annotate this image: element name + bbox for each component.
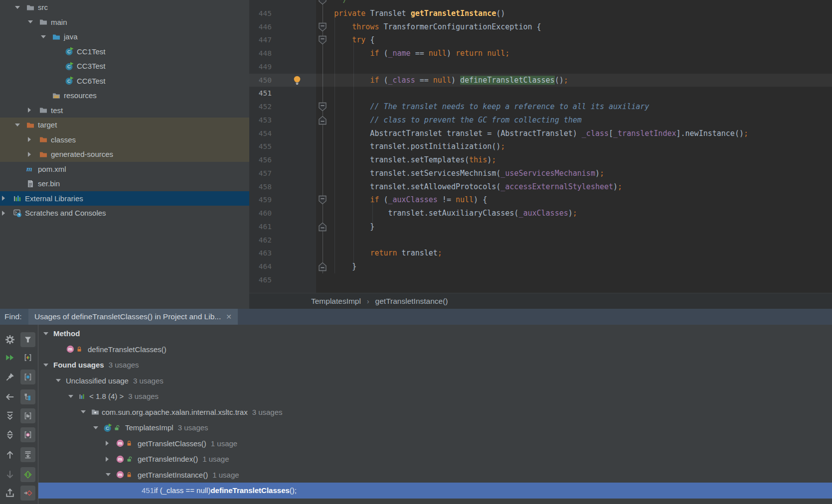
result-node-1-8-4[interactable]: < 1.8 (4) >3 usages: [38, 388, 832, 404]
result-node-method[interactable]: Method: [38, 326, 832, 342]
chevron-down-icon[interactable]: [81, 410, 91, 413]
code-line-447[interactable]: 447 throws TransformerConfigurationExcep…: [249, 20, 832, 34]
code-line-463[interactable]: 463: [249, 234, 832, 247]
chevron-right-icon[interactable]: [106, 441, 116, 446]
code-line-445[interactable]: 445 */: [249, 0, 832, 7]
up-icon[interactable]: [4, 449, 15, 460]
chevron-down-icon[interactable]: [68, 395, 78, 398]
breadcrumb-item-gettransletinstance[interactable]: getTransletInstance(): [375, 297, 448, 306]
svg-text:m: m: [27, 433, 29, 436]
code-line-457[interactable]: 457 translet.setTemplates(this);: [249, 153, 832, 167]
chevron-right-icon[interactable]: [2, 211, 13, 216]
chevron-down-icon[interactable]: [15, 6, 26, 9]
jump-to-source-icon[interactable]: [20, 486, 35, 501]
chevron-down-icon[interactable]: [43, 364, 53, 367]
rerun-icon[interactable]: [4, 352, 15, 363]
code-line-446[interactable]: 446 private Translet getTransletInstance…: [249, 7, 832, 20]
code-line-462[interactable]: 462 }: [249, 220, 832, 234]
chevron-right-icon[interactable]: [106, 457, 116, 462]
chevron-right-icon[interactable]: [28, 137, 39, 142]
code-line-456[interactable]: 456 translet.postInitialization();: [249, 140, 832, 153]
project-item-generated-sources[interactable]: generated-sources: [0, 147, 249, 162]
gear-icon[interactable]: [4, 334, 15, 345]
code-line-460[interactable]: 460 if (_auxClasses != null) {: [249, 193, 832, 207]
code-line-465[interactable]: 465 }: [249, 260, 832, 273]
project-item-main[interactable]: main: [0, 15, 249, 30]
code-line-453[interactable]: 453 // The translet needs to keep a refe…: [249, 100, 832, 114]
chevron-down-icon[interactable]: [56, 379, 66, 382]
back-icon[interactable]: [4, 391, 15, 402]
group-by-module-icon[interactable]: [20, 389, 35, 404]
collapse-all-icon[interactable]: [4, 429, 15, 440]
code-line-458[interactable]: 458 translet.setServicesMechnism(_useSer…: [249, 167, 832, 180]
code-line-459[interactable]: 459 translet.setAllowedProtocols(_access…: [249, 180, 832, 194]
chevron-right-icon[interactable]: [28, 108, 39, 113]
find-tab-title: Usages of defineTransletClasses() in Pro…: [34, 312, 221, 321]
code-line-461[interactable]: 461 translet.setAuxiliaryClasses(_auxCla…: [249, 207, 832, 220]
down-icon[interactable]: [4, 469, 15, 480]
result-node-templatesimpl[interactable]: CTemplatesImpl3 usages: [38, 420, 832, 436]
chevron-down-icon[interactable]: [43, 332, 53, 335]
chevron-down-icon[interactable]: [28, 20, 39, 23]
expand-all-icon[interactable]: [4, 410, 15, 421]
pin-icon[interactable]: [4, 372, 15, 382]
code-token: ==: [411, 49, 429, 58]
find-results-tab[interactable]: Usages of defineTransletClasses() in Pro…: [28, 309, 238, 325]
chevron-right-icon[interactable]: [28, 152, 39, 157]
project-item-external-libraries[interactable]: External Libraries: [0, 191, 249, 206]
project-item-label: main: [51, 18, 67, 26]
merge-usages-icon[interactable]: [20, 467, 35, 482]
code-line-452[interactable]: 452: [249, 87, 832, 100]
lock-green-icon: [127, 455, 138, 464]
result-node-found-usages[interactable]: Found usages3 usages: [38, 357, 832, 373]
code-text: if (_name == null) return null;: [316, 47, 509, 60]
code-line-450[interactable]: 450: [249, 60, 832, 74]
result-node-definetransletclasses[interactable]: mdefineTransletClasses(): [38, 342, 832, 358]
group-by-directory-icon[interactable]: [20, 408, 35, 423]
project-item-scratches-and-consoles[interactable]: Scratches and Consoles: [0, 206, 249, 221]
project-item-pom-xml[interactable]: m pom.xml: [0, 162, 249, 177]
preview-icon[interactable]: [20, 370, 35, 384]
result-node-com-sun-org-apache-xalan-internal-xsltc-trax[interactable]: com.sun.org.apache.xalan.internal.xsltc.…: [38, 404, 832, 420]
result-node-unclassified-usage[interactable]: Unclassified usage3 usages: [38, 373, 832, 389]
code-line-449[interactable]: 449 if (_name == null) return null;: [249, 47, 832, 60]
code-token: [316, 9, 334, 18]
code-line-455[interactable]: 455 AbstractTranslet translet = (Abstrac…: [249, 127, 832, 140]
code-line-464[interactable]: 464 return translet;: [249, 247, 832, 260]
project-item-classes[interactable]: classes: [0, 132, 249, 147]
code-line-454[interactable]: 454 // class to prevent the GC from coll…: [249, 114, 832, 127]
group-by-method-icon[interactable]: m: [20, 427, 35, 442]
project-item-ser-bin[interactable]: ser.bin: [0, 176, 249, 191]
project-item-label: CC3Test: [77, 62, 106, 70]
result-node-gettransletclasses[interactable]: mgetTransletClasses()1 usage: [38, 436, 832, 452]
result-node-gettransletinstance[interactable]: mgetTransletInstance()1 usage: [38, 467, 832, 483]
chevron-down-icon[interactable]: [106, 473, 116, 476]
insert-usages-icon[interactable]: [20, 447, 35, 462]
code-token: ;: [573, 209, 577, 218]
chevron-down-icon[interactable]: [93, 426, 103, 429]
project-item-cc3test[interactable]: C CC3Test: [0, 59, 249, 74]
chevron-down-icon[interactable]: [41, 35, 52, 38]
chevron-right-icon[interactable]: [2, 196, 13, 201]
project-item-src[interactable]: src: [0, 0, 249, 15]
project-item-cc6test[interactable]: C CC6Test: [0, 74, 249, 89]
project-item-java[interactable]: java: [0, 29, 249, 44]
project-item-label: classes: [51, 135, 76, 144]
result-line-selected[interactable]: 451 if (_class == null) defineTransletCl…: [38, 483, 832, 499]
project-item-resources[interactable]: resources: [0, 88, 249, 103]
breadcrumb-item-templatesimpl[interactable]: TemplatesImpl: [311, 297, 361, 306]
code-editor[interactable]: 445 */ 446 private Translet getTransletI…: [249, 0, 832, 309]
export-icon[interactable]: [4, 488, 15, 499]
chevron-down-icon[interactable]: [15, 124, 26, 126]
filter-icon[interactable]: [20, 332, 35, 347]
code-line-451[interactable]: 451 if (_class == null) defineTransletCl…: [249, 74, 832, 87]
project-item-target[interactable]: target: [0, 118, 249, 132]
project-item-test[interactable]: test: [0, 103, 249, 118]
project-item-cc1test[interactable]: C CC1Test: [0, 44, 249, 59]
result-node-gettransletindex[interactable]: mgetTransletIndex()1 usage: [38, 451, 832, 467]
group-by-usage-icon[interactable]: [20, 350, 35, 365]
code-line-448[interactable]: 448 try {: [249, 33, 832, 47]
close-icon[interactable]: ✕: [226, 313, 232, 321]
breadcrumb[interactable]: TemplatesImpl›getTransletInstance(): [249, 293, 832, 309]
code-token: [316, 35, 352, 44]
